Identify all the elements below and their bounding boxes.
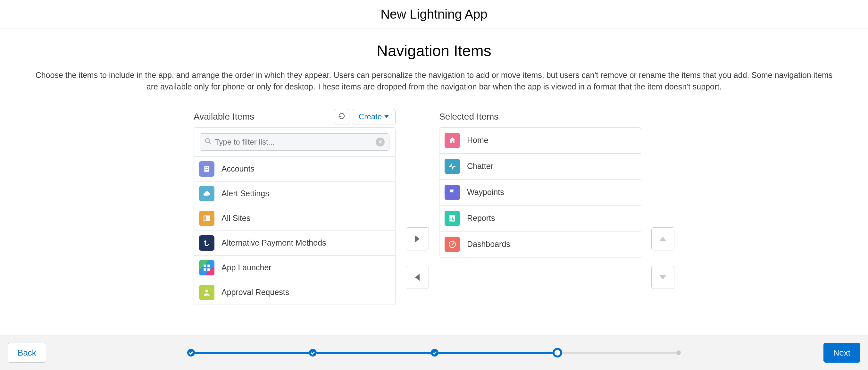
svg-point-13 xyxy=(206,289,208,292)
selected-item[interactable]: Reports xyxy=(439,206,641,232)
svg-rect-4 xyxy=(207,167,208,168)
add-button[interactable] xyxy=(406,227,429,250)
pulse-icon xyxy=(444,159,460,174)
svg-rect-15 xyxy=(451,218,451,221)
available-item[interactable]: App Launcher xyxy=(194,255,395,280)
svg-point-0 xyxy=(206,138,210,142)
modal-title: New Lightning App xyxy=(0,0,868,29)
switch-icon xyxy=(199,235,214,251)
selected-item[interactable]: Waypoints xyxy=(439,180,641,206)
svg-rect-16 xyxy=(452,217,453,220)
available-item[interactable]: Accounts xyxy=(194,157,395,182)
svg-rect-8 xyxy=(204,216,206,220)
section-description: Choose the items to include in the app, … xyxy=(32,69,836,93)
arrow-left-icon xyxy=(415,274,420,281)
selected-item[interactable]: Chatter xyxy=(439,154,641,180)
available-panel: Available Items Create xyxy=(194,109,396,305)
list-item-label: Reports xyxy=(467,214,495,223)
create-button[interactable]: Create xyxy=(352,109,396,124)
available-item[interactable]: Alternative Payment Methods xyxy=(194,231,395,255)
gauge-icon xyxy=(444,237,460,252)
list-item-label: App Launcher xyxy=(221,263,272,272)
svg-rect-11 xyxy=(204,268,206,271)
filter-input[interactable] xyxy=(212,137,376,147)
move-down-button[interactable] xyxy=(651,266,674,289)
svg-rect-6 xyxy=(207,169,208,170)
dual-listbox: Available Items Create xyxy=(32,109,836,305)
section-title: Navigation Items xyxy=(32,42,836,60)
progress-step[interactable] xyxy=(553,348,562,358)
arrow-up-icon xyxy=(659,237,666,241)
selected-item[interactable]: Dashboards xyxy=(439,232,641,257)
next-button[interactable]: Next xyxy=(824,343,860,363)
available-item[interactable]: Alert Settings xyxy=(194,182,395,206)
arrow-down-icon xyxy=(659,275,666,280)
arrow-right-icon xyxy=(415,235,420,242)
svg-rect-10 xyxy=(207,265,210,267)
svg-point-19 xyxy=(452,243,453,245)
svg-rect-9 xyxy=(204,265,206,267)
available-item[interactable]: All Sites xyxy=(194,206,395,231)
close-icon: ✕ xyxy=(378,137,383,147)
list-item-label: Approval Requests xyxy=(221,287,289,297)
list-item-label: Chatter xyxy=(467,162,493,171)
selected-item[interactable]: Home xyxy=(439,128,641,154)
remove-button[interactable] xyxy=(406,266,429,289)
add-remove-controls xyxy=(406,227,429,289)
building-icon xyxy=(199,161,214,177)
selected-panel: Selected Items HomeChatterWaypointsRepor… xyxy=(439,109,641,257)
svg-rect-2 xyxy=(204,166,209,172)
progress-step[interactable] xyxy=(676,350,681,355)
cloud-icon xyxy=(199,186,214,202)
progress-indicator xyxy=(187,348,681,358)
refresh-icon xyxy=(338,113,345,121)
move-up-button[interactable] xyxy=(651,227,674,250)
list-item-label: Dashboards xyxy=(467,240,510,249)
person-icon xyxy=(199,285,214,300)
panel-icon xyxy=(199,211,214,226)
chevron-down-icon xyxy=(384,115,389,118)
filter-input-wrap: ✕ xyxy=(200,133,390,151)
progress-line xyxy=(195,352,309,353)
report-icon xyxy=(444,211,460,226)
list-item-label: Alert Settings xyxy=(221,189,269,198)
list-item-label: All Sites xyxy=(221,214,250,223)
svg-rect-5 xyxy=(206,169,207,170)
svg-rect-12 xyxy=(207,268,210,271)
list-item-label: Waypoints xyxy=(467,188,504,197)
list-item-label: Alternative Payment Methods xyxy=(221,238,326,248)
reorder-controls xyxy=(651,227,674,289)
back-button[interactable]: Back xyxy=(8,343,46,363)
flag-icon xyxy=(444,185,460,200)
list-item-label: Home xyxy=(467,135,489,145)
selected-title: Selected Items xyxy=(439,112,498,122)
progress-step[interactable] xyxy=(309,349,317,357)
refresh-button[interactable] xyxy=(334,109,349,124)
svg-rect-17 xyxy=(453,219,454,220)
available-listbox: ✕ AccountsAlert SettingsAll SitesAlterna… xyxy=(194,127,396,305)
home-icon xyxy=(444,133,460,148)
clear-filter-button[interactable]: ✕ xyxy=(376,137,385,147)
svg-rect-3 xyxy=(206,167,207,168)
progress-step[interactable] xyxy=(187,349,195,357)
list-item-label: Accounts xyxy=(221,164,254,174)
progress-line xyxy=(562,352,676,353)
modal-footer: Back Next xyxy=(0,335,868,370)
search-icon xyxy=(205,137,212,147)
progress-line xyxy=(438,352,553,353)
progress-line xyxy=(317,352,431,353)
available-item[interactable]: Approval Requests xyxy=(194,280,395,305)
selected-listbox: HomeChatterWaypointsReportsDashboards xyxy=(439,127,641,257)
create-label: Create xyxy=(359,112,382,121)
progress-step[interactable] xyxy=(431,349,438,357)
svg-line-1 xyxy=(209,142,211,144)
available-title: Available Items xyxy=(194,112,254,122)
tiles-icon xyxy=(199,260,214,275)
